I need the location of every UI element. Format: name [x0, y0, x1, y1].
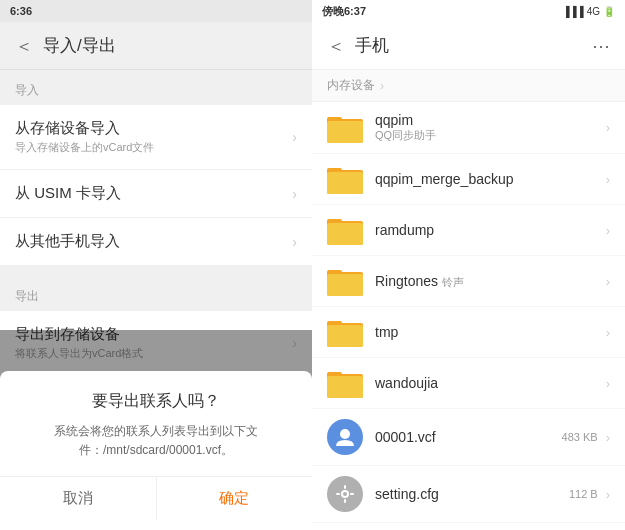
status-icons-right: ▐▐▐ 4G 🔋	[562, 6, 615, 17]
list-item[interactable]: ramdump ›	[312, 205, 625, 256]
back-button-left[interactable]: ＜	[15, 34, 33, 58]
left-panel: 6:36 ＜ 导入/导出 导入 从存储设备导入 导入存储设备上的vCard文件 …	[0, 0, 312, 530]
svg-point-18	[340, 429, 350, 439]
header-right-left: ＜ 手机	[327, 34, 389, 58]
status-time-left: 6:36	[10, 5, 32, 17]
status-bar-left: 6:36	[0, 0, 312, 22]
export-section-header: 导出	[0, 276, 312, 311]
page-title-right: 手机	[355, 34, 389, 57]
file-sub: QQ同步助手	[375, 128, 606, 143]
dialog-box: 要导出联系人吗？ 系统会将您的联系人列表导出到以下文件：/mnt/sdcard/…	[0, 371, 312, 530]
file-name: Ringtones 铃声	[375, 273, 606, 290]
cfg-file-icon	[327, 476, 363, 512]
menu-divider	[0, 266, 312, 276]
file-list: qqpim QQ同步助手 › qqpim_merge_backup ›	[312, 102, 625, 530]
list-item[interactable]: wandoujia ›	[312, 358, 625, 409]
breadcrumb-separator: ›	[380, 79, 384, 93]
breadcrumb-bar: 内存设备 ›	[312, 70, 625, 102]
dialog-confirm-button[interactable]: 确定	[157, 477, 313, 520]
file-name: ramdump	[375, 222, 606, 238]
chevron-icon-import-storage: ›	[292, 129, 297, 145]
chevron-icon-import-phone: ›	[292, 234, 297, 250]
svg-rect-8	[327, 223, 363, 245]
file-name: 00001.vcf	[375, 429, 562, 445]
list-item[interactable]: tmp ›	[312, 307, 625, 358]
menu-sub-import-storage: 导入存储设备上的vCard文件	[15, 140, 154, 155]
svg-rect-14	[327, 325, 363, 347]
menu-title-import-phone: 从其他手机导入	[15, 232, 120, 251]
folder-icon	[327, 113, 363, 143]
svg-rect-17	[327, 376, 363, 398]
menu-title-import-storage: 从存储设备导入	[15, 119, 154, 138]
header-left: ＜ 导入/导出	[0, 22, 312, 70]
file-size: 483 KB	[562, 431, 598, 443]
file-chevron-icon: ›	[606, 223, 610, 238]
list-item[interactable]: 00001.vcf 483 KB ›	[312, 409, 625, 466]
header-right: ＜ 手机 ⋯	[312, 22, 625, 70]
file-chevron-icon: ›	[606, 376, 610, 391]
folder-icon	[327, 266, 363, 296]
file-chevron-icon: ›	[606, 430, 610, 445]
file-info: qqpim QQ同步助手	[375, 112, 606, 143]
svg-rect-22	[344, 499, 346, 503]
dialog-message: 系统会将您的联系人列表导出到以下文件：/mnt/sdcard/00001.vcf…	[20, 422, 292, 460]
file-chevron-icon: ›	[606, 120, 610, 135]
svg-rect-24	[350, 493, 354, 495]
more-options-icon[interactable]: ⋯	[592, 35, 610, 57]
file-item-right: ›	[606, 120, 610, 135]
svg-rect-23	[336, 493, 340, 495]
file-item-right: 483 KB ›	[562, 430, 610, 445]
file-name: wandoujia	[375, 375, 606, 391]
right-panel: 傍晚6:37 ▐▐▐ 4G 🔋 ＜ 手机 ⋯ 内存设备 ›	[312, 0, 625, 530]
back-button-right[interactable]: ＜	[327, 34, 345, 58]
file-name: setting.cfg	[375, 486, 569, 502]
chevron-icon-import-usim: ›	[292, 186, 297, 202]
svg-rect-2	[327, 121, 363, 143]
list-item[interactable]: setting.cfg 112 B ›	[312, 466, 625, 523]
file-info: ramdump	[375, 222, 606, 238]
page-title-left: 导入/导出	[43, 34, 116, 57]
file-info: tmp	[375, 324, 606, 340]
menu-item-import-usim[interactable]: 从 USIM 卡导入 ›	[0, 170, 312, 218]
list-item[interactable]: XML statstorage_v5.xml 35.81 KB ›	[312, 523, 625, 530]
file-info: wandoujia	[375, 375, 606, 391]
folder-icon	[327, 215, 363, 245]
file-item-right: ›	[606, 172, 610, 187]
list-item[interactable]: qqpim QQ同步助手 ›	[312, 102, 625, 154]
battery-icon: 🔋	[603, 6, 615, 17]
list-item[interactable]: Ringtones 铃声 ›	[312, 256, 625, 307]
folder-icon	[327, 164, 363, 194]
signal-icon: ▐▐▐	[562, 6, 583, 17]
status-time-right: 傍晚6:37	[322, 4, 366, 19]
file-name: qqpim_merge_backup	[375, 171, 606, 187]
menu-item-import-phone[interactable]: 从其他手机导入 ›	[0, 218, 312, 266]
file-size: 112 B	[569, 488, 598, 500]
file-chevron-icon: ›	[606, 325, 610, 340]
vcf-file-icon	[327, 419, 363, 455]
svg-rect-5	[327, 172, 363, 194]
file-chevron-icon: ›	[606, 274, 610, 289]
dialog-title: 要导出联系人吗？	[20, 391, 292, 412]
svg-rect-11	[327, 274, 363, 296]
network-type: 4G	[587, 6, 600, 17]
file-item-right: 112 B ›	[569, 487, 610, 502]
dialog-cancel-button[interactable]: 取消	[0, 477, 157, 520]
file-item-right: ›	[606, 376, 610, 391]
dialog-overlay: 要导出联系人吗？ 系统会将您的联系人列表导出到以下文件：/mnt/sdcard/…	[0, 330, 312, 530]
list-item[interactable]: qqpim_merge_backup ›	[312, 154, 625, 205]
file-name: qqpim	[375, 112, 606, 128]
file-info: 00001.vcf	[375, 429, 562, 445]
file-name: tmp	[375, 324, 606, 340]
svg-rect-21	[344, 485, 346, 489]
file-info: setting.cfg	[375, 486, 569, 502]
menu-item-import-storage[interactable]: 从存储设备导入 导入存储设备上的vCard文件 ›	[0, 105, 312, 170]
svg-point-20	[343, 492, 347, 496]
status-bar-right: 傍晚6:37 ▐▐▐ 4G 🔋	[312, 0, 625, 22]
file-info: Ringtones 铃声	[375, 273, 606, 290]
file-chevron-icon: ›	[606, 172, 610, 187]
file-item-right: ›	[606, 274, 610, 289]
dialog-buttons: 取消 确定	[0, 476, 312, 520]
file-chevron-icon: ›	[606, 487, 610, 502]
file-item-right: ›	[606, 223, 610, 238]
breadcrumb-text: 内存设备	[327, 77, 375, 94]
